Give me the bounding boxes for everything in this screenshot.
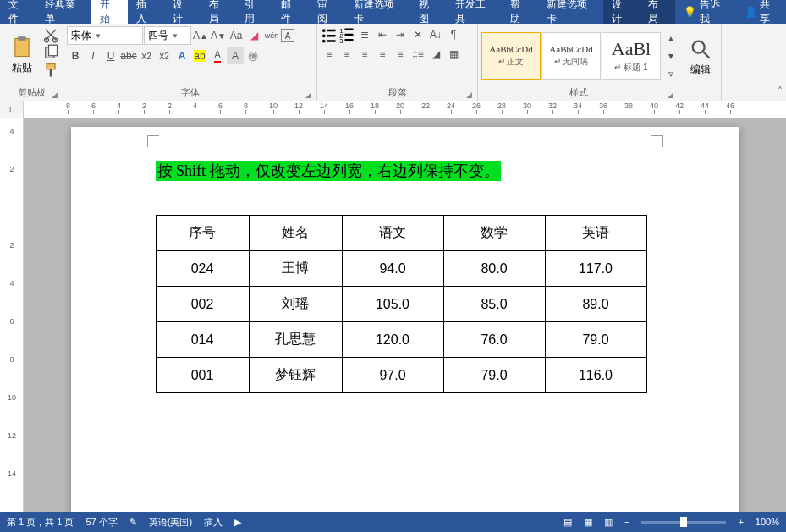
tab-引用[interactable]: 引用 [236,0,272,24]
styles-more[interactable]: ▿ [662,65,679,82]
font-color-button[interactable]: A [209,47,226,64]
table-header[interactable]: 语文 [342,216,443,251]
align-right-button[interactable]: ≡ [356,46,373,63]
tab-经典菜单[interactable]: 经典菜单 [36,0,92,24]
strikethrough-button[interactable]: abc [120,47,137,64]
table-cell[interactable]: 76.0 [443,322,545,358]
table-cell[interactable]: 94.0 [342,251,443,287]
tab-新建选项卡[interactable]: 新建选项卡 [345,0,410,24]
paste-button[interactable]: 粘贴 [3,26,41,85]
dialog-launcher-icon[interactable]: ◢ [305,90,311,99]
align-justify-button[interactable]: ≡ [374,46,391,63]
page-area[interactable]: 按 Shift 拖动，仅改变左边列宽，右边列保持不变。 序号姓名语文数学英语02… [24,118,786,512]
dialog-launcher-icon[interactable]: ◢ [668,90,673,99]
styles-scroll-up[interactable]: ▴ [662,30,679,47]
zoom-thumb[interactable] [680,517,687,527]
font-family-select[interactable]: 宋体▼ [67,26,143,45]
align-distributed-button[interactable]: ≡ [392,46,409,63]
tab-开发工具[interactable]: 开发工具 [447,0,503,24]
zoom-out-button[interactable]: − [624,517,629,527]
tab-设计[interactable]: 设计 [164,0,201,24]
char-shading-button[interactable]: A [227,47,244,64]
style-无间隔[interactable]: AaBbCcDd↵ 无间隔 [541,32,601,80]
tab-布局[interactable]: 布局 [201,0,237,24]
font-size-select[interactable]: 四号▼ [144,26,191,45]
zoom-in-button[interactable]: + [738,517,743,527]
zoom-slider[interactable] [641,521,726,524]
align-center-button[interactable]: ≡ [338,46,355,63]
table-cell[interactable]: 刘瑶 [249,287,342,322]
bold-button[interactable]: B [67,47,84,64]
style-标题 1[interactable]: AaBl↵ 标题 1 [602,32,661,80]
table-cell[interactable]: 97.0 [342,358,443,393]
document-table[interactable]: 序号姓名语文数学英语024王博94.080.0117.0002刘瑶105.085… [156,215,647,393]
shrink-font-button[interactable]: A▼ [210,27,227,44]
table-cell[interactable]: 120.0 [342,322,443,358]
increase-indent-button[interactable]: ⇥ [392,26,409,43]
tab-开始[interactable]: 开始 [91,0,128,24]
status-language[interactable]: 英语(美国) [149,516,192,529]
highlight-button[interactable]: ab [191,47,208,64]
char-border-button[interactable]: A [281,29,294,42]
numbering-button[interactable]: 123 [338,26,355,43]
underline-button[interactable]: U [102,47,119,64]
show-marks-button[interactable]: ¶ [445,26,462,43]
table-cell[interactable]: 024 [156,251,249,287]
align-left-button[interactable]: ≡ [321,46,338,63]
find-button[interactable]: 编辑 [683,26,717,87]
table-cell[interactable]: 孔思慧 [249,322,342,358]
tab-文件[interactable]: 文件 [0,0,36,24]
view-print-layout[interactable]: ▦ [584,517,592,528]
table-cell[interactable]: 89.0 [545,287,646,322]
copy-button[interactable] [42,44,59,61]
zoom-level[interactable]: 100% [756,517,779,527]
table-cell[interactable]: 79.0 [443,358,545,393]
tell-me[interactable]: 💡 告诉我 [675,0,736,24]
italic-button[interactable]: I [85,47,102,64]
table-cell[interactable]: 79.0 [545,322,646,358]
table-cell[interactable]: 002 [156,287,249,322]
style-正文[interactable]: AaBbCcDd↵ 正文 [481,32,541,80]
table-cell[interactable]: 85.0 [443,287,545,322]
status-insert-mode[interactable]: 插入 [204,516,223,529]
table-row[interactable]: 014孔思慧120.076.079.0 [156,322,646,358]
table-cell[interactable]: 梦钰辉 [249,358,342,393]
share-button[interactable]: 👤 共享 [736,0,786,24]
view-read-mode[interactable]: ▤ [563,517,572,528]
table-header[interactable]: 序号 [156,216,249,251]
ruler-vertical[interactable]: 422468101214 [0,118,24,512]
table-cell[interactable]: 117.0 [545,251,646,287]
table-row[interactable]: 024王博94.080.0117.0 [156,251,646,287]
status-macro[interactable]: ▶ [234,517,241,528]
cut-button[interactable] [42,26,59,43]
dialog-launcher-icon[interactable]: ◢ [52,90,58,99]
table-header[interactable]: 数学 [443,216,545,251]
view-web-layout[interactable]: ▥ [604,517,613,528]
table-cell[interactable]: 王博 [249,251,342,287]
status-page[interactable]: 第 1 页，共 1 页 [7,516,74,529]
collapse-ribbon-button[interactable]: ˄ [778,85,783,97]
multilevel-list-button[interactable]: ≣ [356,26,373,43]
asian-layout-button[interactable]: ✕ [409,26,426,43]
dialog-launcher-icon[interactable]: ◢ [466,90,472,99]
styles-scroll-down[interactable]: ▾ [662,47,679,64]
status-word-count[interactable]: 57 个字 [85,516,117,529]
highlighted-text[interactable]: 按 Shift 拖动，仅改变左边列宽，右边列保持不变。 [156,161,501,181]
tab-插入[interactable]: 插入 [128,0,164,24]
table-cell[interactable]: 001 [156,358,249,393]
table-header[interactable]: 英语 [545,216,646,251]
borders-button[interactable]: ▦ [445,46,462,63]
table-cell[interactable]: 105.0 [342,287,443,322]
table-row[interactable]: 001梦钰辉97.079.0116.0 [156,358,646,393]
decrease-indent-button[interactable]: ⇤ [374,26,391,43]
sort-button[interactable]: A↓ [427,26,444,43]
tab-视图[interactable]: 视图 [410,0,447,24]
table-header[interactable]: 姓名 [249,216,342,251]
tab-邮件[interactable]: 邮件 [272,0,309,24]
tab-新建选项卡[interactable]: 新建选项卡 [538,0,603,24]
ruler-horizontal[interactable]: L 86422468101214161820222426283032343638… [0,101,786,118]
enclose-char-button[interactable]: ㊝ [245,47,261,64]
subscript-button[interactable]: x2 [138,47,155,64]
clear-format-button[interactable]: ◢ [245,27,262,44]
table-cell[interactable]: 014 [156,322,249,358]
